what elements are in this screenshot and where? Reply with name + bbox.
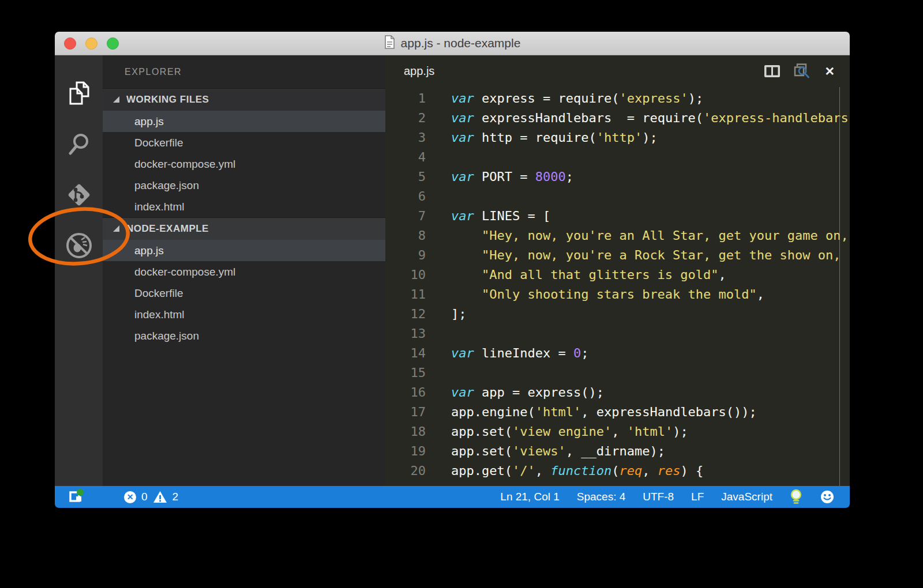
git-icon[interactable] [55,169,103,220]
section-label: WORKING FILES [126,94,209,105]
code-text: var PORT = 8000; [426,167,573,187]
file-item-package-json[interactable]: package.json [103,175,385,196]
section-header-node-example[interactable]: NODE-EXAMPLE [103,217,385,240]
smiley-icon[interactable] [820,489,835,504]
code-line: 11 "Only shooting stars break the mold", [385,285,850,304]
lightbulb-icon[interactable] [790,488,802,506]
code-lines: 1var express = require('express');2var e… [385,89,850,481]
code-text [426,324,451,344]
code-line: 6 [385,187,850,206]
file-item-dockerfile[interactable]: Dockerfile [103,282,385,304]
warning-count: 2 [172,491,179,503]
code-line: 20app.get('/', function(req, res) { [385,461,850,481]
line-number: 18 [385,422,426,442]
encoding-setting[interactable]: UTF-8 [643,491,674,503]
status-bar: ✕ 0 2 Ln 21, Col 1 Spaces: 4 UTF-8 [55,486,850,508]
code-text: var expressHandlebars = require('express… [426,108,849,128]
file-item-docker-compose-yml[interactable]: docker-compose.yml [103,153,385,175]
line-number: 10 [385,265,426,285]
file-item-app-js[interactable]: app.js [103,240,385,261]
file-item-index-html[interactable]: index.html [103,196,385,217]
file-item-docker-compose-yml[interactable]: docker-compose.yml [103,261,385,282]
tab-appjs[interactable]: app.js [404,65,434,78]
line-number: 16 [385,383,426,402]
language-mode[interactable]: JavaScript [721,491,772,503]
problems-indicator[interactable]: ✕ 0 2 [124,491,178,503]
open-preview-icon[interactable] [794,63,811,79]
error-icon: ✕ [124,491,136,503]
code-text: app.engine('html', expressHandlebars()); [426,402,757,422]
line-number: 20 [385,461,426,481]
code-line: 4 [385,148,850,167]
close-icon[interactable]: ✕ [824,65,835,77]
code-area[interactable]: 1var express = require('express');2var e… [385,87,850,486]
line-number: 2 [385,108,426,128]
code-text: var lineIndex = 0; [426,344,588,363]
file-item-app-js[interactable]: app.js [103,111,385,132]
split-editor-icon[interactable] [764,65,780,77]
line-number: 14 [385,344,426,363]
code-text [426,363,451,383]
section-label: NODE-EXAMPLE [126,223,209,235]
line-number: 5 [385,167,426,187]
explorer-title: EXPLORER [103,55,385,88]
line-number: 3 [385,128,426,148]
line-number: 19 [385,442,426,461]
code-text: "And all that glitters is gold", [426,265,726,285]
zoom-window-button[interactable] [107,37,119,50]
window-title: app.js - node-example [401,36,521,50]
code-line: 3var http = require('http'); [385,128,850,148]
extension-status-icon[interactable] [69,488,86,507]
code-line: 5var PORT = 8000; [385,167,850,187]
code-line: 7var LINES = [ [385,206,850,226]
code-line: 14var lineIndex = 0; [385,344,850,363]
document-icon [384,35,395,52]
code-text [426,187,451,206]
eol-setting[interactable]: LF [691,491,704,503]
section-header-working-files[interactable]: WORKING FILES [103,88,385,111]
indentation-setting[interactable]: Spaces: 4 [577,491,626,503]
code-line: 8 "Hey, now, you're an All Star, get you… [385,226,850,246]
line-number: 8 [385,226,426,246]
code-text: var http = require('http'); [426,128,658,148]
code-line: 16var app = express(); [385,383,850,402]
code-line: 10 "And all that glitters is gold", [385,265,850,285]
search-icon[interactable] [55,119,103,169]
vscode-window: app.js - node-example [55,32,850,508]
files-icon[interactable] [55,68,103,119]
error-count: 0 [141,491,148,503]
code-text: ]; [426,304,467,324]
file-item-package-json[interactable]: package.json [103,325,385,346]
line-number: 17 [385,402,426,422]
code-line: 18app.set('view engine', 'html'); [385,422,850,442]
line-number: 4 [385,148,426,167]
code-line: 15 [385,363,850,383]
file-item-dockerfile[interactable]: Dockerfile [103,132,385,153]
code-line: 12]; [385,304,850,324]
editor-ruler [839,87,840,486]
collapse-triangle-icon [113,225,119,232]
code-text: app.set('views', __dirname); [426,442,665,461]
code-text: var LINES = [ [426,206,550,226]
explorer-sidebar: EXPLORER WORKING FILESapp.jsDockerfiledo… [103,55,385,486]
code-line: 19app.set('views', __dirname); [385,442,850,461]
traffic-lights [64,32,119,55]
code-line: 13 [385,324,850,344]
line-number: 15 [385,363,426,383]
explorer-sections: WORKING FILESapp.jsDockerfiledocker-comp… [103,88,385,346]
line-number: 7 [385,206,426,226]
minimize-window-button[interactable] [85,37,97,50]
editor-tab-bar: app.js [385,55,850,87]
title-bar: app.js - node-example [55,32,850,55]
debug-icon[interactable] [55,220,103,271]
code-text: var express = require('express'); [426,89,703,108]
close-window-button[interactable] [64,37,76,50]
activity-bar [55,55,103,486]
code-text: "Hey, now, you're an All Star, get your … [426,226,849,246]
cursor-position[interactable]: Ln 21, Col 1 [500,491,559,503]
editor-pane[interactable]: app.js [385,55,850,486]
code-text: "Only shooting stars break the mold", [426,285,764,304]
line-number: 9 [385,246,426,265]
line-number: 13 [385,324,426,344]
file-item-index-html[interactable]: index.html [103,304,385,325]
